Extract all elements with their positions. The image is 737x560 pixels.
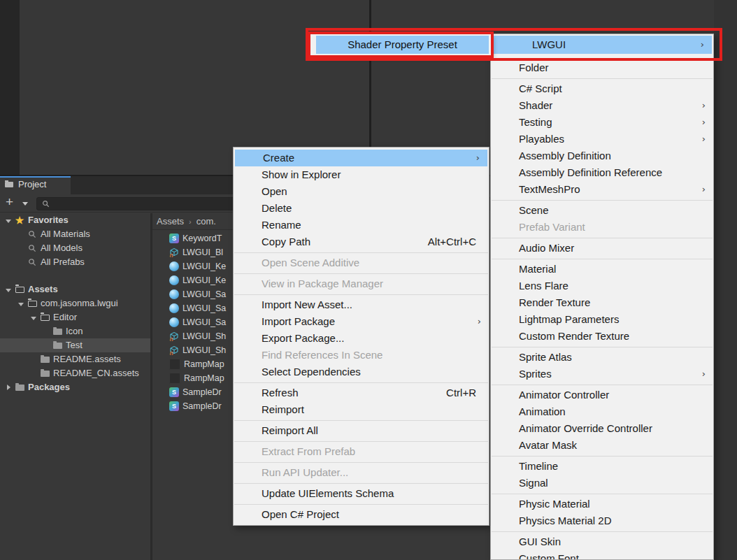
tree-item-assets[interactable]: Assets	[0, 282, 150, 296]
search-icon	[27, 244, 38, 252]
folder-open-icon	[14, 287, 25, 293]
menu-item-open[interactable]: Open	[234, 183, 489, 200]
menu-item-lwgui[interactable]: LWGUI›	[492, 36, 712, 54]
menu-item-label: Scene	[519, 204, 549, 216]
tree-item-test[interactable]: Test	[0, 338, 150, 352]
menu-item-label: GUI Skin	[519, 536, 561, 547]
menu-item-show-in-explorer[interactable]: Show in Explorer	[234, 166, 489, 183]
tree-item-label: README.assets	[53, 352, 121, 366]
menu-item-label: Open C# Project	[262, 508, 339, 520]
menu-item-sprite-atlas[interactable]: Sprite Atlas	[491, 349, 713, 366]
menu-item-import-new-asset[interactable]: Import New Asset...	[234, 296, 489, 313]
menu-item-label: Select Dependencies	[262, 366, 361, 378]
menu-item-label: Prefab Variant	[519, 221, 585, 233]
tree-item-editor[interactable]: Editor	[0, 310, 150, 324]
breadcrumb-item[interactable]: com.	[196, 213, 216, 229]
menu-item-lens-flare[interactable]: Lens Flare	[491, 278, 713, 294]
tree-item-all-materials[interactable]: All Materials	[0, 227, 150, 241]
menu-item-custom-render-texture[interactable]: Custom Render Texture	[491, 328, 713, 345]
menu-item-label: Physic Material	[519, 498, 590, 510]
menu-item-physic-material[interactable]: Physic Material	[491, 496, 713, 512]
tree-expand-arrow-icon[interactable]	[3, 213, 14, 227]
submenu-arrow-icon: ›	[702, 97, 706, 114]
tree-item-icon[interactable]: Icon	[0, 324, 150, 338]
menu-item-render-texture[interactable]: Render Texture	[491, 294, 713, 311]
menu-item-lightmap-parameters[interactable]: Lightmap Parameters	[491, 311, 713, 328]
material-icon	[169, 303, 179, 313]
tree-item-label: Assets	[28, 282, 58, 296]
menu-item-sprites[interactable]: Sprites›	[491, 366, 713, 382]
svg-text:{}: {}	[170, 337, 174, 342]
menu-item-rename[interactable]: Rename	[234, 217, 489, 234]
tree-expand-arrow-icon[interactable]	[15, 296, 27, 310]
menu-item-avatar-mask[interactable]: Avatar Mask	[491, 437, 713, 454]
menu-item-label: Find References In Scene	[262, 349, 382, 361]
menu-item-folder[interactable]: Folder	[491, 59, 713, 76]
script-icon: S	[169, 401, 179, 411]
menu-item-label: Animation	[519, 405, 566, 417]
menu-item-material[interactable]: Material	[491, 261, 713, 278]
menu-item-timeline[interactable]: Timeline	[491, 458, 713, 475]
menu-item-signal[interactable]: Signal	[491, 475, 713, 491]
file-item-label: LWGUI_Sh	[183, 331, 226, 341]
menu-item-shader-property-preset[interactable]: Shader Property Preset	[316, 36, 489, 54]
menu-item-testing[interactable]: Testing›	[491, 114, 713, 131]
search-icon	[42, 200, 50, 208]
menu-item-copy-path[interactable]: Copy PathAlt+Ctrl+C	[234, 234, 489, 250]
menu-item-reimport[interactable]: Reimport	[234, 401, 489, 418]
menu-item-assembly-definition-reference[interactable]: Assembly Definition Reference	[491, 164, 713, 181]
menu-item-c-script[interactable]: C# Script	[491, 80, 713, 97]
add-asset-button[interactable]: +	[3, 195, 31, 210]
tree-item-favorites[interactable]: ★Favorites	[0, 213, 150, 227]
svg-text:{}: {}	[170, 253, 174, 258]
tree-spacer	[0, 269, 150, 282]
menu-item-open-scene-additive: Open Scene Additive	[234, 254, 489, 271]
menu-item-physics-material-2d[interactable]: Physics Material 2D	[491, 512, 713, 529]
menu-item-assembly-definition[interactable]: Assembly Definition	[491, 148, 713, 164]
tree-expand-arrow-icon[interactable]	[28, 310, 39, 324]
menu-item-export-package[interactable]: Export Package...	[234, 330, 489, 347]
menu-item-textmeshpro[interactable]: TextMeshPro›	[491, 181, 713, 198]
menu-item-scene[interactable]: Scene	[491, 202, 713, 219]
menu-item-animator-controller[interactable]: Animator Controller	[491, 387, 713, 403]
menu-item-audio-mixer[interactable]: Audio Mixer	[491, 240, 713, 257]
menu-item-update-uielements-schema[interactable]: Update UIElements Schema	[234, 485, 489, 502]
tree-item-all-models[interactable]: All Models	[0, 241, 150, 255]
tree-collapse-arrow-icon[interactable]	[3, 380, 14, 394]
tree-item-label: Favorites	[28, 213, 69, 227]
menu-shortcut: Alt+Ctrl+C	[428, 234, 476, 250]
material-icon	[169, 317, 179, 327]
file-item-label: RampMap	[184, 373, 224, 383]
menu-item-label: Sprite Atlas	[519, 351, 572, 363]
menu-item-select-dependencies[interactable]: Select Dependencies	[234, 364, 489, 380]
menu-item-animator-override-controller[interactable]: Animator Override Controller	[491, 420, 713, 437]
menu-item-label: Lens Flare	[519, 280, 568, 292]
menu-item-animation[interactable]: Animation	[491, 403, 713, 420]
tree-item-com-jasonma-lwgui[interactable]: com.jasonma.lwgui	[0, 296, 150, 310]
submenu-arrow-icon: ›	[478, 313, 481, 330]
breadcrumb-item[interactable]: Assets	[157, 213, 184, 229]
menu-item-create[interactable]: Create›	[235, 150, 487, 166]
menu-item-playables[interactable]: Playables›	[491, 131, 713, 148]
menu-item-label: Import Package	[262, 315, 335, 327]
menu-item-shader[interactable]: Shader›	[491, 97, 713, 114]
tree-item-all-prefabs[interactable]: All Prefabs	[0, 255, 150, 269]
menu-item-delete[interactable]: Delete	[234, 200, 489, 217]
tree-item-readme-assets[interactable]: README.assets	[0, 352, 150, 366]
tree-item-packages[interactable]: Packages	[0, 380, 150, 394]
tab-project[interactable]: Project	[0, 176, 71, 194]
menu-item-view-in-package-manager: View in Package Manager	[234, 275, 489, 292]
menu-item-reimport-all[interactable]: Reimport All	[234, 422, 489, 439]
menu-item-custom-font[interactable]: Custom Font	[491, 550, 713, 560]
create-submenu: LWGUI›FolderC# ScriptShader›Testing›Play…	[490, 34, 714, 560]
menu-item-label: Custom Font	[519, 552, 579, 560]
menu-item-import-package[interactable]: Import Package›	[234, 313, 489, 330]
material-icon	[169, 275, 179, 285]
menu-item-gui-skin[interactable]: GUI Skin	[491, 533, 713, 550]
menu-item-label: Export Package...	[262, 332, 344, 344]
menu-item-refresh[interactable]: RefreshCtrl+R	[234, 385, 489, 401]
tree-expand-arrow-icon[interactable]	[3, 282, 14, 296]
menu-item-open-c-project[interactable]: Open C# Project	[234, 506, 489, 523]
context-menu: Create›Show in ExplorerOpenDeleteRenameC…	[233, 147, 489, 526]
tree-item-readme-cn-assets[interactable]: README_CN.assets	[0, 366, 150, 380]
